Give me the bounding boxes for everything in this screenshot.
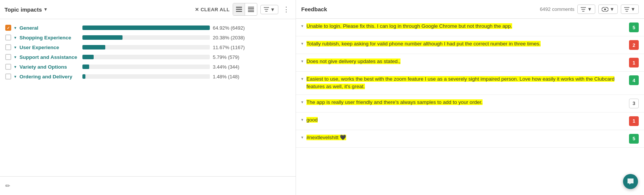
topic-pct-ordering-and-delivery: 1.48% (148) [213,74,254,80]
bar-container-general [82,26,210,30]
feedback-chevron-4[interactable]: ▾ [301,76,303,81]
feedback-text-6: good [306,116,626,124]
filter-dropdown-arrow: ▼ [587,6,592,12]
feedback-highlighted-text-3: Does not give delivery updates as stated… [306,58,400,64]
topic-impacts-button[interactable]: Topic impacts ▼ [4,6,48,13]
more-options-button[interactable]: ⋮ [281,4,291,15]
feedback-sort-button[interactable]: ▼ [621,4,639,14]
topic-pct-variety-and-options: 3.44% (344) [213,64,254,70]
svg-rect-2 [236,11,242,12]
svg-rect-5 [248,10,254,10]
topic-item-variety-and-options[interactable]: ▾ Variety and Options 3.44% (344) [0,62,296,72]
feedback-item-2: ▾ Totally rubbish, keep asking for valid… [296,36,644,54]
topic-item-ordering-and-delivery[interactable]: ▾ Ordering and Delivery 1.48% (148) [0,72,296,81]
svg-rect-0 [236,7,242,8]
eye-dropdown-arrow: ▼ [610,6,614,12]
bar-container-support-and-assistance [82,55,210,59]
svg-point-14 [604,8,606,10]
feedback-highlighted-text-4: Easiest to use, works the best with the … [306,76,614,89]
topic-item-user-experience[interactable]: ▾ User Experience 11.67% (1167) [0,42,296,52]
feedback-highlighted-text-6: good [306,117,318,123]
feedback-badge-4: 4 [629,75,639,85]
chat-bubble-button[interactable] [623,174,638,189]
expand-arrow-user-experience[interactable]: ▾ [14,45,16,50]
expand-arrow-ordering-and-delivery[interactable]: ▾ [14,74,16,79]
expand-arrow-variety-and-options[interactable]: ▾ [14,64,16,69]
feedback-text-7: #nextlevelshitt 🖤 [306,134,626,141]
feedback-chevron-6[interactable]: ▾ [301,117,303,122]
topic-label-support-and-assistance: Support and Assistance [19,54,79,60]
clear-all-label: CLEAR ALL [200,7,230,12]
feedback-text-2: Totally rubbish, keep asking for valid p… [306,40,626,48]
left-panel: Topic impacts ▼ ✕ CLEAR ALL [0,0,296,195]
topic-label-shopping-experience: Shopping Experience [19,35,79,40]
feedback-text-5: The app is really user friendly and ther… [306,99,626,106]
svg-rect-3 [248,7,254,8]
expand-arrow-general[interactable]: ▾ [14,26,16,30]
bar-container-user-experience [82,45,210,50]
sort-icon [264,7,269,12]
feedback-title: Feedback [301,6,327,12]
feedback-badge-5: 3 [629,99,639,108]
feedback-highlighted-text-5: The app is really user friendly and ther… [306,99,483,105]
bar-support-and-assistance [82,55,94,59]
list-view-button[interactable] [233,3,245,15]
topic-item-general[interactable]: ▾ General 64.92% (6492) [0,23,296,33]
svg-rect-1 [236,9,242,10]
feedback-text-3: Does not give delivery updates as stated… [306,58,626,65]
expand-arrow-shopping-experience[interactable]: ▾ [14,35,16,40]
clear-all-button[interactable]: ✕ CLEAR ALL [195,7,230,12]
view-toggle-group [233,3,257,16]
feedback-chevron-1[interactable]: ▾ [301,24,303,28]
feedback-badge-2: 2 [629,40,639,50]
feedback-item-7: ▾ #nextlevelshitt 🖤 5 [296,130,644,148]
topic-label-general: General [19,25,79,31]
compact-view-button[interactable] [245,3,257,15]
left-header: Topic impacts ▼ ✕ CLEAR ALL [0,0,296,19]
feedback-item-3: ▾ Does not give delivery updates as stat… [296,54,644,72]
topic-pct-user-experience: 11.67% (1167) [213,45,254,50]
feedback-text-1: Unable to login. Please fix this. I can … [306,22,626,30]
feedback-highlighted-text-2: Totally rubbish, keep asking for valid p… [306,41,541,46]
more-dots-icon: ⋮ [283,6,290,13]
feedback-badge-7: 5 [629,134,639,144]
feedback-filter-button[interactable]: ▼ [577,4,595,14]
topic-item-shopping-experience[interactable]: ▾ Shopping Experience 20.38% (2038) [0,33,296,42]
left-footer: ✏ [0,176,296,195]
feedback-chevron-2[interactable]: ▾ [301,41,303,46]
expand-arrow-support-and-assistance[interactable]: ▾ [14,55,16,60]
comments-count: 6492 comments [540,6,575,12]
svg-rect-4 [248,8,254,9]
bar-general [82,26,210,30]
checkbox-general[interactable] [5,25,11,31]
sort-filter-button[interactable]: ▼ [260,5,278,14]
feedback-sort-icon [624,7,629,12]
bar-ordering-and-delivery [82,74,85,79]
checkbox-shopping-experience[interactable] [5,34,11,40]
list-lines-icon [236,7,242,12]
sort-dropdown-arrow: ▼ [631,6,635,12]
chat-icon [627,178,634,185]
feedback-item-6: ▾ good 1 [296,112,644,130]
topic-label-user-experience: User Experience [19,45,79,50]
bar-container-shopping-experience [82,35,210,40]
feedback-list: ▾ Unable to login. Please fix this. I ca… [296,19,644,195]
feedback-badge-1: 5 [629,22,639,32]
checkbox-variety-and-options[interactable] [5,64,11,70]
visibility-button[interactable]: ▼ [598,4,618,14]
topic-impacts-label: Topic impacts [4,6,42,13]
feedback-chevron-5[interactable]: ▾ [301,100,303,105]
checkbox-ordering-and-delivery[interactable] [5,74,11,80]
checkbox-user-experience[interactable] [5,44,11,50]
right-panel: Feedback 6492 comments ▼ ▼ ▼ [296,0,644,195]
feedback-highlighted-text-7: #nextlevelshitt 🖤 [306,135,346,140]
feedback-chevron-7[interactable]: ▾ [301,135,303,140]
topic-list: ▾ General 64.92% (6492) ▾ Shopping Exper… [0,19,296,176]
feedback-chevron-3[interactable]: ▾ [301,59,303,64]
eye-icon [602,7,608,12]
edit-icon[interactable]: ✏ [5,182,10,189]
bar-container-ordering-and-delivery [82,74,210,79]
checkbox-support-and-assistance[interactable] [5,54,11,60]
topic-item-support-and-assistance[interactable]: ▾ Support and Assistance 5.79% (579) [0,52,296,62]
chevron-down-icon: ▼ [43,7,48,12]
